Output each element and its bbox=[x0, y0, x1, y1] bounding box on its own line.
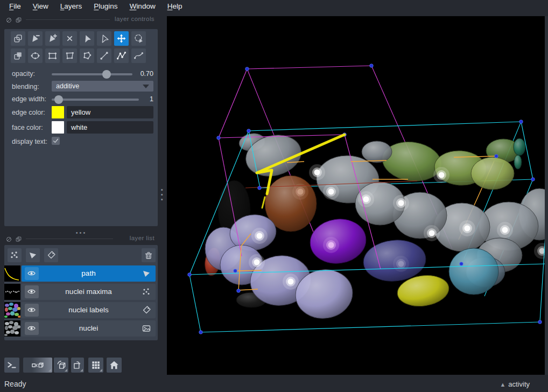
vertex-remove-icon bbox=[30, 33, 40, 44]
ndisplay-icon bbox=[23, 360, 52, 370]
new-labels-button[interactable] bbox=[44, 248, 58, 262]
labels-type-icon bbox=[142, 305, 151, 315]
trash-icon bbox=[144, 250, 153, 260]
roll-button[interactable] bbox=[54, 358, 68, 373]
float-panel-icon[interactable] bbox=[15, 235, 22, 242]
layer-controls-title: layer controls bbox=[86, 16, 154, 22]
face-color-field[interactable]: white bbox=[67, 121, 153, 134]
ndisplay-button[interactable] bbox=[23, 358, 52, 373]
labels-type-icon bbox=[142, 305, 151, 315]
edge-width-slider[interactable] bbox=[52, 99, 139, 101]
viewer-canvas[interactable] bbox=[167, 16, 548, 375]
new-shapes-icon bbox=[28, 250, 38, 260]
display-text-label: display text: bbox=[12, 138, 47, 145]
edge-width-value: 1 bbox=[134, 95, 153, 103]
ellipse-tool-button[interactable] bbox=[28, 48, 43, 63]
ellipse-icon bbox=[30, 51, 40, 61]
grid-button[interactable] bbox=[88, 358, 103, 373]
menu-view[interactable]: View bbox=[27, 0, 54, 13]
points-type-icon bbox=[142, 287, 151, 297]
caret-up-icon: ▲ bbox=[500, 381, 505, 388]
face-color-label: face color: bbox=[12, 124, 43, 131]
home-icon bbox=[109, 360, 120, 370]
new-labels-icon bbox=[46, 250, 56, 260]
polygon-lasso-icon bbox=[82, 51, 92, 61]
activity-button[interactable]: ▲activity bbox=[500, 380, 530, 388]
console-button[interactable] bbox=[4, 358, 19, 373]
menu-help[interactable]: Help bbox=[161, 0, 188, 13]
layer-row-nuclei-labels[interactable]: nuclei labels bbox=[22, 302, 156, 318]
lasso-select-icon bbox=[134, 33, 144, 44]
lasso-select-tool-button[interactable] bbox=[131, 31, 146, 46]
layer-name: path bbox=[22, 269, 156, 277]
status-bar: Ready ▲activity bbox=[0, 375, 548, 392]
points-type-icon bbox=[142, 287, 151, 297]
delete-layer-button[interactable] bbox=[142, 248, 156, 262]
menubar: FileViewLayersPluginsWindowHelp bbox=[0, 0, 548, 13]
transform-icon bbox=[13, 33, 23, 44]
blending-select[interactable]: additive bbox=[52, 81, 153, 92]
hide-panel-icon[interactable] bbox=[5, 16, 12, 23]
path-tool-button[interactable] bbox=[114, 48, 129, 63]
layer-thumbnail-nuclei-maxima bbox=[4, 284, 20, 300]
new-shapes-button[interactable] bbox=[26, 248, 40, 262]
edge-color-swatch[interactable] bbox=[52, 106, 64, 118]
opacity-slider-handle[interactable] bbox=[102, 70, 111, 79]
direct-select-icon bbox=[99, 33, 109, 44]
shapes-type-icon bbox=[142, 269, 151, 278]
edge-width-slider-handle[interactable] bbox=[54, 95, 63, 104]
layer-row-nuclei[interactable]: nuclei bbox=[22, 320, 156, 337]
napari-window: FileViewLayersPluginsWindowHelp layer co… bbox=[0, 0, 548, 392]
pan-zoom-icon bbox=[116, 33, 127, 44]
float-panel-icon[interactable] bbox=[15, 16, 22, 23]
polygon-tool-button[interactable] bbox=[62, 48, 77, 63]
pan-zoom-tool-button[interactable] bbox=[114, 31, 129, 46]
opacity-slider[interactable] bbox=[52, 73, 132, 75]
new-points-icon bbox=[10, 250, 19, 260]
image-type-icon bbox=[142, 324, 151, 333]
display-text-checkbox[interactable] bbox=[52, 137, 60, 145]
delete-shape-tool-button[interactable] bbox=[62, 31, 77, 46]
menu-file[interactable]: File bbox=[3, 0, 27, 13]
move-back-icon bbox=[13, 51, 23, 61]
rectangle-icon bbox=[47, 51, 58, 61]
menu-window[interactable]: Window bbox=[124, 0, 161, 13]
vertex-remove-tool-button[interactable] bbox=[28, 31, 43, 46]
menu-layers[interactable]: Layers bbox=[54, 0, 88, 13]
blending-label: blending: bbox=[12, 83, 39, 90]
polygon-icon bbox=[65, 51, 75, 61]
hide-panel-icon[interactable] bbox=[5, 235, 12, 242]
grid-icon bbox=[90, 360, 101, 370]
rectangle-tool-button[interactable] bbox=[45, 48, 60, 63]
polygon-lasso-tool-button[interactable] bbox=[80, 48, 94, 63]
menu-plugins[interactable]: Plugins bbox=[88, 0, 123, 13]
transpose-icon bbox=[72, 360, 83, 370]
delete-shape-icon bbox=[65, 33, 75, 44]
opacity-value: 0.70 bbox=[134, 70, 153, 78]
vertex-insert-tool-button[interactable] bbox=[45, 31, 60, 46]
layer-row-nuclei-maxima[interactable]: nuclei maxima bbox=[22, 284, 156, 300]
select-shape-tool-button[interactable] bbox=[80, 31, 94, 46]
home-button[interactable] bbox=[107, 358, 122, 373]
layer-thumbnail-nuclei bbox=[4, 320, 20, 337]
layer-row-path[interactable]: path bbox=[22, 265, 156, 282]
new-points-button[interactable] bbox=[8, 248, 22, 262]
polyline-tool-button[interactable] bbox=[131, 48, 146, 63]
face-color-swatch[interactable] bbox=[52, 121, 64, 134]
canvas-splitter-handle[interactable]: ▪▪▪ bbox=[161, 187, 163, 202]
transform-tool-button[interactable] bbox=[11, 31, 25, 46]
layer-name: nuclei bbox=[22, 324, 156, 332]
blending-value: additive bbox=[56, 82, 79, 90]
path-icon bbox=[116, 51, 127, 61]
line-icon bbox=[99, 51, 109, 61]
edge-width-label: edge width: bbox=[12, 95, 46, 103]
roll-icon bbox=[56, 360, 67, 370]
image-type-icon bbox=[142, 324, 151, 333]
line-tool-button[interactable] bbox=[97, 48, 111, 63]
direct-select-tool-button[interactable] bbox=[97, 31, 111, 46]
select-shape-icon bbox=[82, 33, 92, 44]
transpose-button[interactable] bbox=[71, 358, 84, 373]
edge-color-field[interactable]: yellow bbox=[67, 106, 153, 118]
move-back-tool-button[interactable] bbox=[11, 48, 25, 63]
polyline-icon bbox=[134, 51, 144, 61]
